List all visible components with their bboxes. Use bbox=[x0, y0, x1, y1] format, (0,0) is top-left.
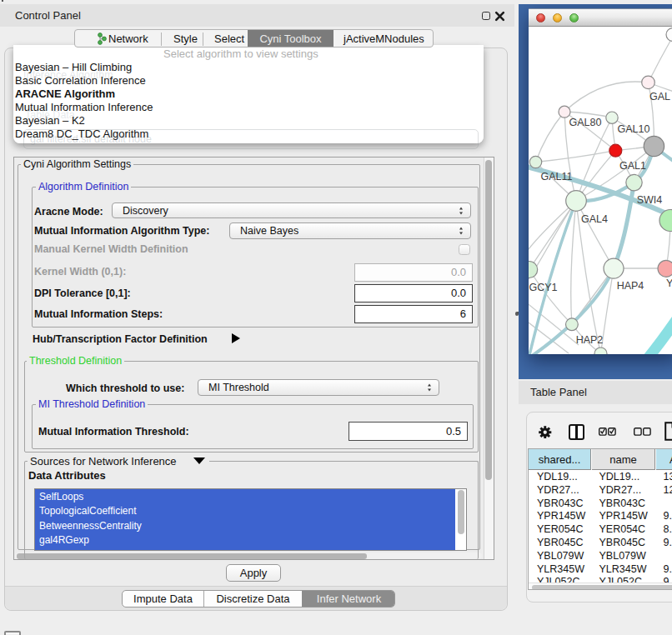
svg-text:Y: Y bbox=[666, 277, 672, 288]
svg-text:GAL11: GAL11 bbox=[541, 170, 573, 182]
svg-text:SWI4: SWI4 bbox=[637, 194, 663, 206]
svg-text:GAL: GAL bbox=[649, 91, 670, 102]
svg-text:GAL10: GAL10 bbox=[618, 123, 650, 135]
svg-text:GAL80: GAL80 bbox=[569, 116, 602, 128]
svg-text:GCY1: GCY1 bbox=[529, 281, 558, 292]
svg-text:GAL4: GAL4 bbox=[581, 213, 608, 225]
svg-text:GAL1: GAL1 bbox=[619, 159, 646, 171]
svg-text:HAP2: HAP2 bbox=[576, 333, 604, 345]
svg-text:HAP4: HAP4 bbox=[617, 280, 644, 292]
